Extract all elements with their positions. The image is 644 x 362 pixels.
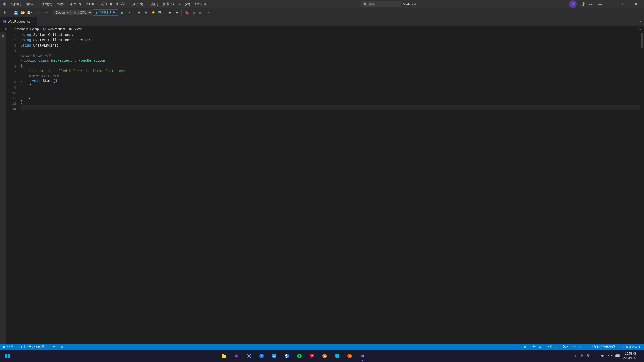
status-checkmark[interactable]: ✓ ▼ (48, 345, 56, 349)
breadcrumb-assembly[interactable]: Assembly-CSharp (15, 27, 39, 31)
tray-expand[interactable]: ∧ (573, 354, 577, 358)
tab-close-all[interactable]: × (637, 17, 644, 26)
battery-icon (615, 354, 620, 358)
menu-build[interactable]: 生成(B) (84, 1, 98, 7)
toolbar-group-misc: ⊞ ⊟ ⚡ 🔍 (135, 9, 165, 16)
tray-battery[interactable] (614, 354, 621, 358)
tray-lang[interactable]: 英 (586, 354, 591, 358)
tray-input[interactable]: 拼 (592, 354, 598, 358)
taskbar-settings[interactable] (244, 350, 255, 361)
menu-tools[interactable]: 工具(T) (146, 1, 160, 7)
toolbar-group-debug: Debug Any CPU ▶ 附加到 Unity ▶ ▼ (52, 9, 134, 16)
start-button[interactable] (2, 350, 13, 361)
activity-bar-toggle[interactable]: ⊞ (3, 26, 8, 32)
menu-project[interactable]: 项目(P) (68, 1, 83, 7)
tb-bookmark-dd[interactable]: ▼ (205, 9, 211, 16)
search-box[interactable]: 🔍 搜索 (361, 1, 401, 7)
title-bar-left: 文件(F) 编辑(E) 视图(V) Git(G) 项目(P) 生成(B) 调试(… (2, 1, 208, 7)
status-nav-left[interactable]: ◁ (59, 345, 64, 349)
taskbar-game[interactable]: 🐦 (332, 350, 343, 361)
code-area[interactable]: using System.Collections; using System.C… (18, 32, 640, 344)
cpu-select[interactable]: Any CPU (71, 10, 92, 15)
live-share-button[interactable]: Live Share (580, 1, 604, 7)
show-desktop[interactable] (640, 350, 642, 361)
status-zoom[interactable]: 82 % 🔍 (2, 345, 16, 349)
tab-label: WebRequest.cs (8, 20, 31, 23)
tb-bookmark-next[interactable]: ▶ (198, 9, 204, 16)
profile-icon[interactable]: P (569, 0, 577, 8)
menu-debug[interactable]: 调试(D) (99, 1, 114, 7)
line-num-2: 2 (6, 38, 16, 43)
status-encoding[interactable]: CRLF (573, 345, 583, 349)
clock-area[interactable]: 15:58:08 2023/12/2 (623, 352, 637, 360)
tray-volume[interactable] (599, 354, 605, 358)
breadcrumb-class[interactable]: WebRequest (48, 27, 65, 31)
taskbar-vs[interactable] (231, 350, 242, 361)
taskbar-app11[interactable]: 🍊 (344, 350, 355, 361)
tb-misc3[interactable]: ⚡ (150, 9, 156, 16)
tb-save-all[interactable]: 💾+ (26, 9, 33, 16)
taskbar-explorer[interactable] (218, 350, 229, 361)
status-line[interactable]: 行: 13 (532, 345, 542, 349)
code-line-6: { (21, 63, 640, 69)
taskbar-tool[interactable]: W (319, 350, 330, 361)
menu-help[interactable]: 帮助(H) (193, 1, 208, 7)
scrollbar-thumb[interactable] (641, 33, 643, 48)
menu-analyze[interactable]: 分析(N) (130, 1, 145, 7)
tb-undo[interactable]: ↩ (36, 9, 43, 16)
debug-config-select[interactable]: Debug (53, 10, 71, 15)
taskbar-music[interactable] (294, 350, 305, 361)
taskbar-app4[interactable]: f (256, 350, 267, 361)
menu-git[interactable]: Git(G) (55, 1, 67, 7)
assembly-icon (10, 27, 13, 31)
attach-unity-button[interactable]: ▶ 附加到 Unity (93, 9, 118, 16)
menu-file[interactable]: 文件(F) (9, 1, 23, 7)
tb-run-dropdown[interactable]: ▼ (126, 9, 133, 16)
toolbar-group-file (2, 9, 10, 16)
app4-icon: f (259, 353, 264, 359)
vertical-scrollbar[interactable] (640, 32, 644, 344)
tb-misc4[interactable]: 🔍 (157, 9, 164, 16)
space-label: 空格 (562, 345, 568, 349)
breadcrumb-dropdown[interactable]: ⌄ (639, 27, 641, 31)
status-no-issues[interactable]: ⊙ 未找到相关问题 (19, 345, 45, 349)
fold-icon-start: ⊟ (21, 78, 23, 84)
tb-open[interactable]: 📂 (19, 9, 26, 16)
tb-bookmark-prev[interactable]: ◀ (191, 9, 197, 16)
close-button[interactable]: ✕ (630, 0, 642, 8)
tray-input-method[interactable]: 中 (579, 354, 584, 358)
taskbar-app5[interactable] (269, 350, 280, 361)
status-space[interactable]: 空格 (561, 345, 569, 349)
tb-misc1[interactable]: ⊞ (136, 9, 142, 16)
tb-redo[interactable]: ↪ (43, 9, 50, 16)
taskbar-vscode[interactable] (357, 350, 368, 361)
menu-view[interactable]: 视图(V) (39, 1, 54, 7)
menu-test[interactable]: 测试(S) (114, 1, 129, 7)
status-col[interactable]: 字符: 1 (546, 345, 557, 349)
menu-edit[interactable]: 编辑(E) (24, 1, 39, 7)
status-select-repo[interactable]: ⎇ 选择仓库 ▼ (620, 345, 642, 349)
status-nav-right[interactable]: ▷ (523, 345, 528, 349)
restore-button[interactable]: ❐ (618, 0, 629, 8)
tray-wifi[interactable] (607, 354, 613, 358)
tb-nav2[interactable]: ➡ (174, 9, 180, 16)
tb-new-project[interactable] (3, 9, 9, 16)
breadcrumb-method[interactable]: ⊙Start() (73, 27, 84, 31)
tb-nav1[interactable]: ⬅ (167, 9, 173, 16)
menu-window[interactable]: 窗口(W) (176, 1, 192, 7)
tab-webrequest[interactable]: C# WebRequest.cs × (0, 17, 37, 26)
tb-misc2[interactable]: ⊟ (143, 9, 149, 16)
status-add-source[interactable]: ↑ 添加到源代码管理 (587, 345, 616, 349)
tab-close-icon[interactable]: × (32, 20, 34, 23)
app-icon (2, 2, 7, 7)
activity-collapse[interactable]: ⊟ (0, 33, 6, 39)
tab-overflow[interactable]: ⌄ (631, 17, 637, 26)
taskbar-browser[interactable] (281, 350, 292, 361)
minimize-button[interactable]: ─ (605, 0, 617, 8)
menu-extensions[interactable]: 扩展(X) (161, 1, 176, 7)
taskbar-chat[interactable] (306, 350, 317, 361)
activity-bar: ⊟ (0, 32, 6, 344)
tb-bookmark[interactable]: 🔖 (184, 9, 190, 16)
tb-save[interactable]: 💾 (12, 9, 19, 16)
tb-run2[interactable]: ▶ (119, 9, 126, 16)
